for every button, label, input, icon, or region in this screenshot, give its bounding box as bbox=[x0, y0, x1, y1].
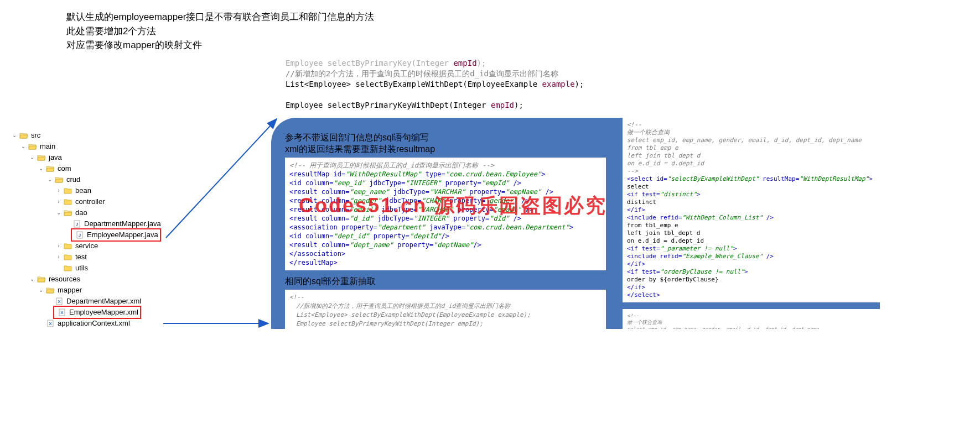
chevron-down-icon: ⌄ bbox=[38, 163, 44, 174]
chevron-down-icon: ⌄ bbox=[29, 274, 35, 285]
tree-main[interactable]: ⌄main bbox=[11, 141, 166, 152]
code-snippet-top: Employee selectByPrimaryKey(Integer empI… bbox=[286, 58, 584, 111]
xml-file-icon bbox=[46, 320, 55, 327]
xml-file-icon bbox=[58, 308, 66, 316]
folder-icon bbox=[55, 176, 64, 184]
folder-icon bbox=[37, 154, 46, 161]
select-by-example-code-box: <!-- 做一个联合查询 select emp_id, emp_name, ge… bbox=[623, 118, 883, 302]
select-by-primary-key-code-box: <!-- 做一个联合查询 select emp_id, emp_name, ge… bbox=[623, 309, 883, 329]
tree-test[interactable]: ›test bbox=[11, 252, 166, 263]
right-code-boxes: <!-- 做一个联合查询 select emp_id, emp_name, ge… bbox=[623, 118, 883, 329]
tree-department-mapper-java[interactable]: DepartmentMapper.java bbox=[11, 218, 166, 229]
tree-utils[interactable]: utils bbox=[11, 263, 166, 274]
tree-employee-mapper-java[interactable]: EmployeeMapper.java bbox=[11, 229, 166, 240]
tree-resources[interactable]: ⌄resources bbox=[11, 274, 166, 285]
xml-file-icon bbox=[55, 297, 64, 305]
resultmap-code-box: <!-- 用于查询员工的时候根据员工的d_id查询显示出部门名称 --> <re… bbox=[285, 158, 606, 270]
arrow-java-to-code bbox=[160, 113, 282, 240]
code-comment: //新增加的2个方法，用于查询员工的时候根据员工的d_id查询显示出部门名称 bbox=[286, 69, 584, 79]
tree-com[interactable]: ⌄com bbox=[11, 163, 166, 174]
folder-icon bbox=[64, 242, 72, 250]
chevron-down-icon: ⌄ bbox=[55, 207, 62, 218]
tree-src[interactable]: ⌄src bbox=[11, 130, 166, 141]
chevron-down-icon: ⌄ bbox=[11, 130, 18, 141]
chevron-right-icon: › bbox=[55, 185, 62, 196]
header-description: 默认生成的employeemapper接口是不带有联合查询员工和部门信息的方法 … bbox=[66, 10, 980, 53]
tree-crud[interactable]: ⌄crud bbox=[11, 174, 166, 185]
chevron-down-icon: ⌄ bbox=[20, 141, 27, 152]
folder-icon bbox=[28, 143, 37, 150]
code-line: Employee selectByPrimaryKeyWithDept(Inte… bbox=[286, 100, 584, 111]
chevron-right-icon: › bbox=[55, 196, 62, 207]
folder-icon bbox=[64, 264, 72, 272]
tree-mapper[interactable]: ⌄mapper bbox=[11, 285, 166, 296]
svg-line-4 bbox=[166, 119, 277, 238]
panel-title-1: 参考不带返回部门信息的sql语句编写xml的返回结果需要重新封装resultma… bbox=[285, 132, 606, 155]
folder-icon bbox=[37, 275, 46, 283]
tree-application-context-xml[interactable]: applicationContext.xml bbox=[11, 318, 166, 329]
chevron-down-icon: ⌄ bbox=[29, 152, 35, 163]
tree-service[interactable]: ›service bbox=[11, 240, 166, 252]
panel-title-2: 相同的sql部分重新抽取 bbox=[285, 276, 606, 287]
header-line1: 默认生成的employeemapper接口是不带有联合查询员工和部门信息的方法 bbox=[66, 10, 980, 24]
folder-icon bbox=[64, 253, 72, 261]
folder-icon bbox=[64, 209, 72, 217]
sql-fragment-code-box: <!-- //新增加的2个方法，用于查询员工的时候根据员工的d_id查询显示出部… bbox=[285, 290, 606, 329]
project-tree: ⌄src ⌄main ⌄java ⌄com ⌄crud ›bean ›contr… bbox=[0, 58, 166, 329]
header-line3: 对应需要修改mapper的映射文件 bbox=[66, 38, 980, 53]
chevron-right-icon: › bbox=[55, 252, 62, 263]
folder-icon bbox=[46, 286, 55, 294]
folder-icon bbox=[64, 198, 72, 206]
tree-dao[interactable]: ⌄dao bbox=[11, 207, 166, 218]
header-line2: 此处需要增加2个方法 bbox=[66, 24, 980, 39]
code-line: List<Employee> selectByExampleWithDept(E… bbox=[286, 79, 584, 90]
tree-bean[interactable]: ›bean bbox=[11, 185, 166, 196]
arrow-xml-to-panel bbox=[160, 318, 271, 329]
chevron-down-icon: ⌄ bbox=[38, 285, 44, 296]
folder-icon bbox=[64, 187, 72, 195]
code-line: Employee selectByPrimaryKey(Integer bbox=[286, 59, 453, 67]
chevron-down-icon: ⌄ bbox=[46, 174, 53, 185]
java-file-icon bbox=[72, 220, 81, 228]
tree-employee-mapper-xml[interactable]: EmployeeMapper.xml bbox=[11, 307, 166, 318]
folder-icon bbox=[19, 132, 28, 139]
tree-java[interactable]: ⌄java bbox=[11, 152, 166, 163]
java-file-icon bbox=[75, 231, 84, 239]
chevron-right-icon: › bbox=[55, 240, 62, 252]
tree-department-mapper-xml[interactable]: DepartmentMapper.xml bbox=[11, 296, 166, 307]
tree-controller[interactable]: ›controller bbox=[11, 196, 166, 207]
folder-icon bbox=[46, 165, 55, 172]
